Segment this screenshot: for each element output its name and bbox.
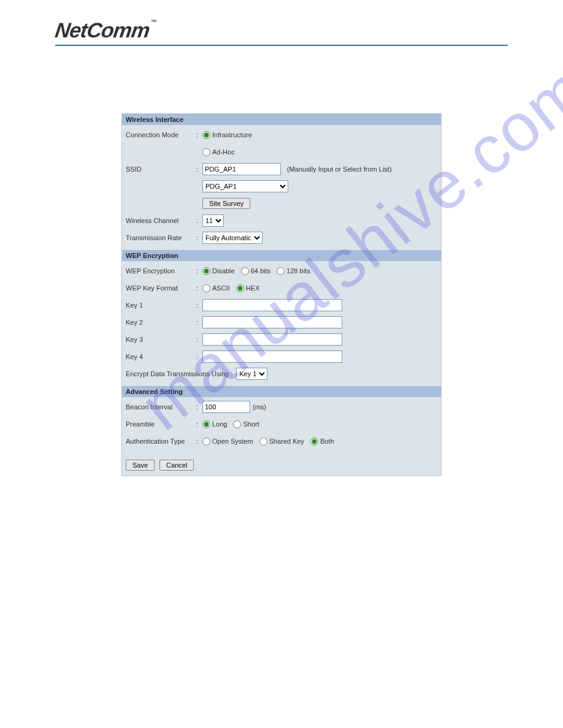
auth-shared-key[interactable]: Shared Key bbox=[259, 438, 304, 446]
wep-encryption-label: WEP Encryption bbox=[126, 267, 196, 275]
transmission-rate-select[interactable]: Fully Automatic bbox=[202, 232, 262, 244]
preamble-long[interactable]: Long bbox=[202, 420, 227, 428]
brand-tm: ™ bbox=[151, 18, 157, 25]
ssid-select[interactable]: PDG_AP1 bbox=[202, 180, 288, 192]
connection-mode-infrastructure[interactable]: Infrastructure bbox=[202, 131, 252, 139]
beacon-interval-label: Beacon Interval bbox=[126, 403, 196, 411]
key2-input[interactable] bbox=[202, 316, 342, 328]
transmission-rate-label: Transmission Rate bbox=[126, 234, 196, 241]
cancel-button[interactable]: Cancel bbox=[159, 460, 194, 471]
ssid-label: SSID bbox=[126, 165, 196, 173]
encrypt-using-select[interactable]: Key 1 bbox=[236, 368, 267, 380]
settings-panel: Wireless Interface Connection Mode : Inf… bbox=[121, 113, 442, 476]
connection-mode-label: Connection Mode bbox=[126, 131, 196, 138]
connection-mode-adhoc[interactable]: Ad-Hoc bbox=[202, 148, 235, 156]
auth-both[interactable]: Both bbox=[310, 438, 334, 446]
section-header-wep: WEP Encryption bbox=[122, 250, 441, 261]
brand-name: NetComm bbox=[53, 18, 151, 42]
wep-key-format-label: WEP Key Format bbox=[126, 284, 196, 292]
wireless-channel-label: Wireless Channel bbox=[126, 217, 196, 224]
wep-disable[interactable]: Disable bbox=[202, 267, 235, 275]
brand-logo: NetComm bbox=[53, 18, 151, 42]
wep-hex[interactable]: HEX bbox=[236, 284, 260, 292]
key3-input[interactable] bbox=[202, 333, 342, 346]
key3-label: Key 3 bbox=[126, 336, 196, 343]
preamble-label: Preamble bbox=[126, 420, 196, 428]
wireless-channel-select[interactable]: 11 bbox=[202, 214, 224, 227]
header-bar: NetComm ™ bbox=[55, 18, 508, 46]
ssid-hint: (Manually Input or Select from List) bbox=[287, 165, 392, 173]
section-header-advanced: Advanced Setting bbox=[122, 386, 441, 397]
key2-label: Key 2 bbox=[126, 319, 196, 326]
site-survey-button[interactable]: Site Survey bbox=[202, 198, 250, 209]
ssid-input[interactable] bbox=[202, 163, 281, 175]
wep-128bits[interactable]: 128 bits bbox=[277, 267, 310, 275]
section-header-wireless: Wireless Interface bbox=[122, 114, 441, 125]
key4-label: Key 4 bbox=[126, 353, 196, 360]
radio-infrastructure[interactable] bbox=[202, 131, 210, 139]
key4-input[interactable] bbox=[202, 351, 342, 363]
key1-label: Key 1 bbox=[126, 301, 196, 309]
wep-64bits[interactable]: 64 bits bbox=[241, 267, 270, 275]
auth-type-label: Authentication Type bbox=[126, 438, 196, 445]
radio-adhoc[interactable] bbox=[202, 148, 210, 156]
encrypt-using-label: Encrypt Data Transmissions Using : bbox=[126, 370, 232, 377]
beacon-interval-input[interactable] bbox=[202, 401, 250, 413]
key1-input[interactable] bbox=[202, 299, 342, 311]
auth-open-system[interactable]: Open System bbox=[202, 438, 253, 446]
beacon-interval-unit: (ms) bbox=[253, 403, 266, 411]
preamble-short[interactable]: Short bbox=[233, 420, 259, 428]
save-button[interactable]: Save bbox=[126, 460, 155, 471]
wep-ascii[interactable]: ASCII bbox=[202, 284, 230, 292]
